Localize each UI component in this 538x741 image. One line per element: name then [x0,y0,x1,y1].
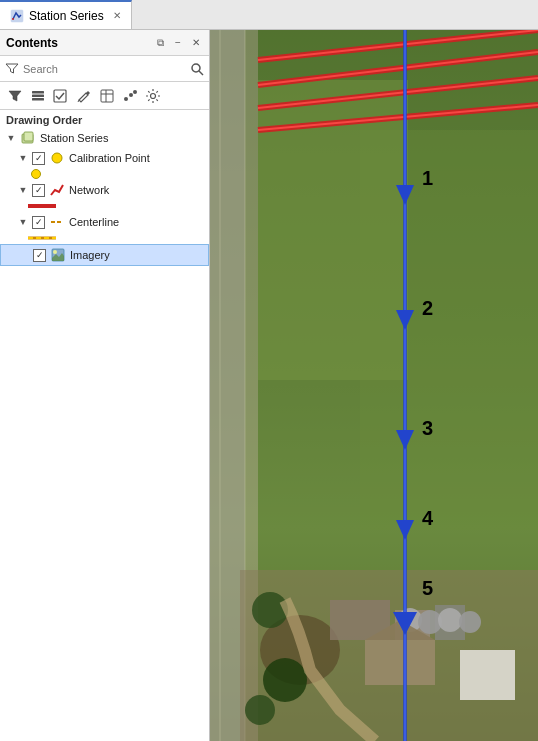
search-icon [190,62,204,76]
svg-text:2: 2 [422,297,433,319]
layer-item-network[interactable]: ▼ Network [0,180,209,200]
title-bar: Station Series ✕ [0,0,538,30]
layer-item-imagery[interactable]: ▼ Imagery [0,244,209,266]
toolbar-layer-icon[interactable] [28,86,48,106]
swatch-calibration-point [28,170,209,178]
layer-item-station-series[interactable]: ▼ Station Series [0,128,209,148]
svg-point-45 [252,592,288,628]
layer-name-network: Network [69,184,203,196]
map-tab-icon [10,9,24,23]
toolbar-table-icon[interactable] [97,86,117,106]
layer-name-centerline: Centerline [69,216,203,228]
svg-rect-27 [210,30,245,741]
expand-arrow-net: ▼ [18,185,28,195]
svg-point-41 [459,611,481,633]
svg-point-12 [124,97,128,101]
svg-point-46 [263,658,307,702]
svg-rect-4 [32,91,44,94]
svg-rect-44 [460,650,515,700]
svg-rect-20 [28,204,56,208]
contents-panel: Contents ⧉ − ✕ [0,30,210,741]
layer-item-calibration-point[interactable]: ▼ Calibration Point [0,148,209,168]
svg-text:1: 1 [422,167,433,189]
search-bar [0,56,209,82]
checkbox-imagery[interactable] [33,249,46,262]
layer-name-calibration-point: Calibration Point [69,152,203,164]
expand-arrow: ▼ [6,133,16,143]
svg-point-18 [52,153,62,163]
toolbar-visibility-icon[interactable] [51,86,71,106]
svg-point-2 [192,64,200,72]
svg-line-3 [199,71,203,75]
svg-point-1 [12,18,14,20]
point-layer-icon [49,150,65,166]
svg-text:4: 4 [422,507,434,529]
checkbox-centerline[interactable] [32,216,45,229]
filter-icon [5,62,19,76]
svg-rect-42 [365,640,435,685]
svg-point-14 [133,90,137,94]
svg-text:5: 5 [422,577,433,599]
toolbar-edit-icon[interactable] [74,86,94,106]
layer-list: ▼ Station Series ▼ [0,128,209,741]
drawing-order-label: Drawing Order [0,110,209,128]
svg-rect-0 [11,10,23,22]
panel-minimize-button[interactable]: − [171,36,185,50]
map-tab[interactable]: Station Series ✕ [0,0,132,29]
map-area[interactable]: 1 2 3 4 5 [210,30,538,741]
main-area: Contents ⧉ − ✕ [0,30,538,741]
svg-rect-7 [54,90,66,102]
svg-text:3: 3 [422,417,433,439]
svg-rect-5 [32,94,44,97]
svg-point-15 [151,93,156,98]
svg-point-13 [129,93,133,97]
svg-point-25 [53,250,57,254]
expand-arrow-cp: ▼ [18,153,28,163]
swatch-centerline [28,234,209,242]
checkbox-calibration-point[interactable] [32,152,45,165]
toolbar-chart-icon[interactable] [120,86,140,106]
panel-header: Contents ⧉ − ✕ [0,30,209,56]
toolbar-filter-icon[interactable] [5,86,25,106]
toolbar-settings-icon[interactable] [143,86,163,106]
map-svg-overlay: 1 2 3 4 5 [210,30,538,741]
svg-point-47 [245,695,275,725]
layer-item-centerline[interactable]: ▼ Centerline [0,212,209,232]
raster-layer-icon [50,247,66,263]
svg-point-19 [32,170,41,179]
svg-point-40 [438,608,462,632]
expand-arrow-cl: ▼ [18,217,28,227]
checkbox-network[interactable] [32,184,45,197]
svg-rect-32 [360,130,538,530]
svg-rect-9 [101,90,113,102]
centerline-layer-icon [49,214,65,230]
tab-close-button[interactable]: ✕ [113,10,121,21]
layer-name-station-series: Station Series [40,132,203,144]
search-input[interactable] [23,63,186,75]
line-layer-icon [49,182,65,198]
panel-controls: ⧉ − ✕ [153,36,203,50]
toolbar-row [0,82,209,110]
layer-name-imagery: Imagery [70,249,202,261]
svg-line-8 [78,100,79,102]
group-layer-icon [20,130,36,146]
svg-rect-6 [32,98,44,101]
panel-title: Contents [6,36,58,50]
swatch-network [28,202,209,210]
svg-rect-17 [24,132,33,141]
tab-title: Station Series [29,9,104,23]
panel-float-button[interactable]: ⧉ [153,36,167,50]
panel-close-button[interactable]: ✕ [189,36,203,50]
